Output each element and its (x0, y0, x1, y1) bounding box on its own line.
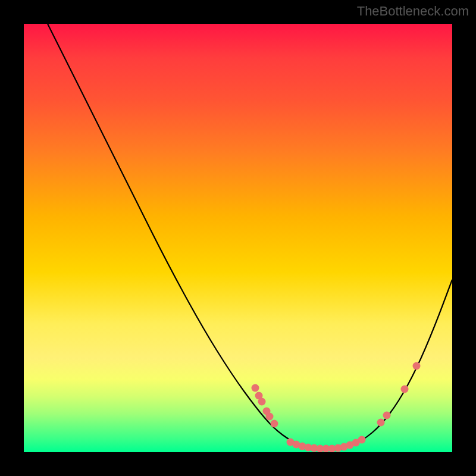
plot-area (24, 24, 452, 452)
data-dot (252, 384, 259, 392)
data-dot (413, 362, 421, 370)
data-dot (401, 386, 409, 393)
data-dot (383, 412, 391, 419)
watermark-text: TheBottleneck.com (357, 4, 469, 19)
data-dot (258, 398, 266, 406)
chart-svg (24, 24, 452, 452)
data-dot (271, 420, 278, 428)
data-dot (266, 413, 274, 421)
bottleneck-curve (48, 24, 452, 450)
data-dot (377, 419, 385, 427)
data-dot (358, 436, 366, 444)
